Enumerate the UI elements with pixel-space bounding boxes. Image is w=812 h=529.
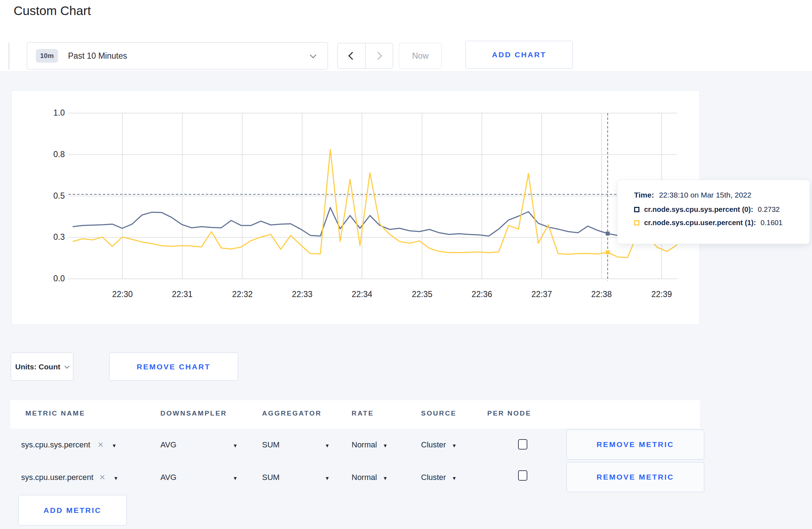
source-value: Cluster xyxy=(421,440,446,449)
metric-name-select[interactable]: sys.cpu.user.percent ✕ ▼ xyxy=(21,473,119,482)
now-button[interactable]: Now xyxy=(399,43,442,69)
tooltip-time-label: Time: xyxy=(634,191,654,199)
downsampler-select[interactable]: AVG xyxy=(160,440,177,450)
time-range-label: Past 10 Minutes xyxy=(68,51,127,61)
rate-select[interactable]: Normal ▼ xyxy=(352,473,388,482)
downsampler-caret[interactable]: ▼ xyxy=(233,473,238,482)
per-node-checkbox[interactable] xyxy=(518,470,527,481)
dropdown-caret-icon: ▼ xyxy=(112,443,117,448)
custom-chart-card: 1.0 0.8 0.5 0.3 0.0 22:30 22:31 22:32 22… xyxy=(11,90,700,325)
page-title: Custom Chart xyxy=(14,4,91,18)
x-tick-label: 22:31 xyxy=(172,290,193,299)
source-select[interactable]: Cluster ▼ xyxy=(421,440,457,450)
tooltip-time-value: 22:38:10 on Mar 15th, 2022 xyxy=(659,191,751,199)
time-range-badge: 10m xyxy=(36,49,58,63)
x-tick-label: 22:34 xyxy=(352,290,372,299)
add-chart-label: ADD CHART xyxy=(492,50,546,59)
add-metric-label: ADD METRIC xyxy=(44,506,102,515)
chevron-down-icon xyxy=(310,52,316,58)
page-header: Custom Chart 10m Past 10 Minutes Now ADD… xyxy=(0,0,812,71)
dropdown-caret-icon: ▼ xyxy=(383,443,388,448)
y-tick-label: 0.0 xyxy=(36,274,65,283)
column-header-rate: RATE xyxy=(352,409,374,417)
y-tick-label: 0.8 xyxy=(36,150,65,159)
metric-row: sys.cpu.user.percent ✕ ▼ AVG ▼ SUM ▼ Nor… xyxy=(10,461,700,494)
line-chart[interactable] xyxy=(12,91,699,324)
aggregator-caret[interactable]: ▼ xyxy=(325,473,330,482)
dropdown-caret-icon: ▼ xyxy=(113,475,119,481)
units-select[interactable]: Units: Count xyxy=(11,353,73,381)
time-forward-button[interactable] xyxy=(365,43,393,68)
add-metric-button[interactable]: ADD METRIC xyxy=(18,495,127,525)
column-header-metric-name: METRIC NAME xyxy=(25,409,85,417)
dropdown-caret-icon: ▼ xyxy=(233,475,238,481)
toolbar-divider xyxy=(9,43,9,70)
column-header-source: SOURCE xyxy=(421,409,456,417)
y-tick-label: 1.0 xyxy=(36,108,65,118)
x-tick-label: 22:33 xyxy=(292,290,313,299)
dropdown-caret-icon: ▼ xyxy=(233,443,238,448)
add-chart-button[interactable]: ADD CHART xyxy=(465,41,573,69)
rate-value: Normal xyxy=(352,440,377,449)
series-swatch-sys-icon xyxy=(634,207,639,212)
downsampler-value: AVG xyxy=(160,440,177,449)
x-tick-label: 22:37 xyxy=(531,290,552,299)
chevron-left-icon xyxy=(348,52,357,60)
aggregator-caret[interactable]: ▼ xyxy=(325,440,330,450)
chevron-right-icon xyxy=(374,52,382,60)
now-button-label: Now xyxy=(412,51,429,61)
x-tick-label: 22:35 xyxy=(412,290,432,299)
rate-select[interactable]: Normal ▼ xyxy=(352,440,388,450)
dropdown-caret-icon: ▼ xyxy=(383,475,388,481)
units-select-label: Units: Count xyxy=(15,363,61,371)
rate-value: Normal xyxy=(352,473,377,482)
metrics-table-header: METRIC NAME DOWNSAMPLER AGGREGATOR RATE … xyxy=(10,400,700,428)
downsampler-caret[interactable]: ▼ xyxy=(233,440,238,450)
column-header-downsampler: DOWNSAMPLER xyxy=(160,409,227,417)
metric-name-value: sys.cpu.sys.percent xyxy=(21,440,90,449)
x-tick-label: 22:32 xyxy=(232,290,253,299)
tooltip-series-value: 0.2732 xyxy=(758,205,780,214)
x-tick-label: 22:39 xyxy=(651,290,672,299)
clear-metric-icon[interactable]: ✕ xyxy=(99,473,106,481)
metric-name-value: sys.cpu.user.percent xyxy=(21,473,93,482)
column-header-aggregator: AGGREGATOR xyxy=(262,409,322,417)
per-node-checkbox[interactable] xyxy=(518,439,527,450)
x-tick-label: 22:30 xyxy=(112,290,133,299)
downsampler-value: AVG xyxy=(160,473,177,482)
remove-metric-label: REMOVE METRIC xyxy=(596,473,674,481)
y-tick-label: 0.3 xyxy=(36,232,65,242)
x-tick-label: 22:38 xyxy=(591,290,612,299)
aggregator-select[interactable]: SUM xyxy=(262,473,280,482)
metric-name-select[interactable]: sys.cpu.sys.percent ✕ ▼ xyxy=(21,440,117,450)
remove-metric-label: REMOVE METRIC xyxy=(596,440,674,449)
remove-chart-label: REMOVE CHART xyxy=(137,363,211,371)
aggregator-select[interactable]: SUM xyxy=(262,440,280,450)
metric-row: sys.cpu.sys.percent ✕ ▼ AVG ▼ SUM ▼ Norm… xyxy=(10,428,700,461)
dropdown-caret-icon: ▼ xyxy=(452,443,457,448)
aggregator-value: SUM xyxy=(262,473,280,482)
x-tick-label: 22:36 xyxy=(472,290,492,299)
source-select[interactable]: Cluster ▼ xyxy=(421,473,457,482)
time-range-select[interactable]: 10m Past 10 Minutes xyxy=(27,42,328,69)
dropdown-caret-icon: ▼ xyxy=(325,443,330,448)
tooltip-series-label: cr.node.sys.cpu.user.percent (1): xyxy=(644,219,756,227)
remove-metric-button[interactable]: REMOVE METRIC xyxy=(566,429,704,460)
time-nav-group xyxy=(337,43,393,69)
source-value: Cluster xyxy=(421,473,446,482)
time-back-button[interactable] xyxy=(338,43,365,68)
aggregator-value: SUM xyxy=(262,440,280,449)
dropdown-caret-icon: ▼ xyxy=(325,475,330,481)
clear-metric-icon[interactable]: ✕ xyxy=(97,441,104,449)
y-tick-label: 0.5 xyxy=(36,191,65,201)
chevron-down-icon xyxy=(64,363,69,368)
downsampler-select[interactable]: AVG xyxy=(160,473,177,482)
remove-chart-button[interactable]: REMOVE CHART xyxy=(109,353,238,381)
tooltip-series-value: 0.1601 xyxy=(760,219,782,227)
remove-metric-button[interactable]: REMOVE METRIC xyxy=(566,462,704,492)
series-swatch-user-icon xyxy=(634,220,639,225)
tooltip-series-label: cr.node.sys.cpu.sys.percent (0): xyxy=(644,205,753,214)
dropdown-caret-icon: ▼ xyxy=(452,475,457,481)
column-header-per-node: PER NODE xyxy=(487,409,531,417)
chart-hover-tooltip: Time:22:38:10 on Mar 15th, 2022 cr.node.… xyxy=(617,180,810,244)
